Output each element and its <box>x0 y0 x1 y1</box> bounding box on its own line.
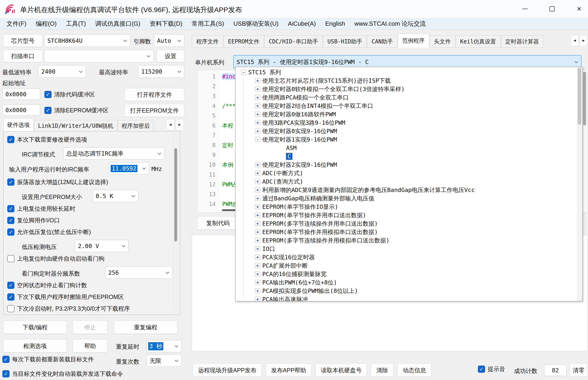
tree-item[interactable]: + 使用两路PCA模拟一个全双工串口 <box>235 93 576 102</box>
cold-boot-checkbox[interactable] <box>7 305 15 312</box>
left-tabs-scroll-left-button[interactable]: ◄ <box>166 119 174 130</box>
erase-eeprom-checkbox[interactable]: ✓ <box>7 293 15 301</box>
tree-item[interactable]: + PCA模拟实现多位PWM输出(8位以上) <box>235 286 576 295</box>
chip-model-button[interactable]: 芯片型号 <box>3 34 42 47</box>
clear-count-button[interactable]: 清零 <box>570 363 588 377</box>
tree-item[interactable]: + PCA的16位捕获测量脉宽 <box>235 270 576 278</box>
tree-expand-icon[interactable]: - <box>241 70 246 75</box>
right-tab[interactable]: 范例程序 <box>398 34 429 48</box>
tree-expand-icon[interactable]: + <box>255 120 260 125</box>
tree-expand-icon[interactable]: + <box>255 204 260 209</box>
tree-item[interactable]: + 使用主芯片对从芯片(限STC15系列)进行ISP下载 <box>235 76 576 85</box>
right-tab[interactable]: 程序文件 <box>192 36 223 48</box>
tree-expand-icon[interactable]: + <box>255 288 260 293</box>
close-button[interactable]: ✕ <box>571 2 588 16</box>
modify-hw-checkbox[interactable]: ✓ <box>7 136 15 143</box>
right-tabs-scroll-right-button[interactable]: ► <box>580 35 588 46</box>
tree-scrollbar-thumb[interactable] <box>578 68 581 125</box>
tree-expand-icon[interactable]: + <box>255 221 260 226</box>
reset-io-checkbox[interactable]: ✓ <box>7 217 15 224</box>
tree-expand-icon[interactable]: + <box>255 212 260 218</box>
osc-gain-checkbox[interactable]: ✓ <box>7 178 15 186</box>
tree-expand-icon[interactable]: + <box>255 86 260 92</box>
tree-expand-icon[interactable]: + <box>255 196 260 201</box>
right-tab[interactable]: Keil仿真设置 <box>456 36 501 48</box>
tree-item[interactable]: + 使用3路PCA实现3路9-16位PWM <box>235 118 576 127</box>
repeat-count-combo[interactable]: 无限 <box>147 355 182 367</box>
tree-expand-icon[interactable]: + <box>255 103 260 108</box>
tree-expand-icon[interactable]: + <box>255 112 260 117</box>
right-tab[interactable]: 头文件 <box>430 36 455 48</box>
right-tab[interactable]: CDC/HID-串口助手 <box>264 36 323 48</box>
tree-item[interactable]: + ADC(查询方式) <box>235 177 576 186</box>
menu-item[interactable]: www.STCAI.com 论坛交流 <box>350 20 431 28</box>
open-eeprom-file-button[interactable]: 打开EEPROM文件 <box>125 104 184 117</box>
tree-expand-icon[interactable]: + <box>255 95 260 100</box>
tree-item[interactable]: ASM <box>235 144 576 152</box>
check-options-button[interactable]: 检测选项 <box>3 339 67 353</box>
clear-code-checkbox[interactable]: ✓ <box>44 91 52 98</box>
pin-count-combo[interactable]: Auto <box>154 34 184 47</box>
options-scrollbar[interactable] <box>173 134 178 312</box>
tree-item[interactable]: + 使用定时器0实现9-16位PWM <box>235 127 576 135</box>
right-tab[interactable]: CAN助手 <box>367 36 397 48</box>
download-button[interactable]: 下载/编程 <box>3 321 67 334</box>
max-baud-combo[interactable]: 115200 <box>138 65 184 78</box>
scan-port-button[interactable]: 扫描串口 <box>3 50 42 62</box>
menu-item[interactable]: 资料下载(D) <box>145 20 187 28</box>
tree-item[interactable]: + PCA扩展外部中断 <box>235 261 576 270</box>
right-tabs-scroll-left-button[interactable]: ◄ <box>571 35 579 46</box>
editor-scrollbar-thumb[interactable] <box>583 72 586 125</box>
irc-mode-combo[interactable]: 总是动态调节IRC频率 <box>63 147 165 159</box>
menu-item[interactable]: English <box>321 20 350 27</box>
tree-item[interactable]: C <box>235 152 576 160</box>
tree-item[interactable]: + 使用定时器2结合INT4模拟一个半双工串口 <box>235 102 576 110</box>
right-tab[interactable]: EEPROM文件 <box>224 36 264 48</box>
tree-item[interactable]: + EEPROM(单字节操作并用串口送出数据) <box>235 211 576 219</box>
tree-expand-icon[interactable]: + <box>255 255 260 260</box>
por-delay-checkbox[interactable]: ✓ <box>7 205 15 212</box>
tree-item[interactable]: + 使用定时器0做16路软件PWM <box>235 110 576 118</box>
bottom-button[interactable]: 读取本机硬盘号 <box>315 363 367 377</box>
right-tab[interactable]: 定时器计算器 <box>501 36 543 48</box>
tree-expand-icon[interactable]: + <box>255 187 260 192</box>
copy-code-button[interactable]: 复制代码 <box>197 216 239 230</box>
beep-checkbox[interactable]: ✓ <box>478 365 485 373</box>
tree-expand-icon[interactable]: + <box>255 129 260 133</box>
repeat-delay-combo[interactable]: 3 秒 <box>147 340 182 352</box>
tree-item[interactable]: + ADC(中断方式) <box>235 169 576 177</box>
tree-item[interactable]: + IO口 <box>235 245 576 253</box>
menu-item[interactable]: 工具(T) <box>61 20 90 28</box>
menu-item[interactable]: 编程(O) <box>31 20 61 28</box>
tree-item[interactable]: + EEPROM(多字节连续操作并用串口送出数据) <box>235 219 576 228</box>
eeprom-size-combo[interactable]: 0.5 K <box>93 190 138 202</box>
wdt-div-combo[interactable]: 256 <box>105 266 173 279</box>
autoload-checkbox[interactable]: ✓ <box>2 370 10 378</box>
maximize-button[interactable] <box>544 2 560 16</box>
irc-freq-combo[interactable]: 11.0592 <box>109 162 149 174</box>
tree-item[interactable]: + 使用定时器2实现9-16位PWM <box>235 160 576 169</box>
bottom-button[interactable]: 发布APP帮助 <box>266 363 311 377</box>
menu-item[interactable]: 调试仿真接口(G) <box>90 20 145 28</box>
tree-item[interactable]: + PCA实现16位定时器 <box>235 253 576 261</box>
tree-item[interactable]: + EEPROM(单字节操作IO显示) <box>235 203 576 211</box>
menu-item[interactable]: 常用工具(S) <box>187 20 229 28</box>
lvd-combo[interactable]: 2.00 V <box>75 240 129 252</box>
tree-expand-icon[interactable]: + <box>255 78 260 83</box>
tree-scrollbar[interactable] <box>577 67 582 301</box>
tree-item[interactable]: + PCA输出PWM(6位+7位+8位) <box>235 278 576 286</box>
wdt-idle-checkbox[interactable]: ✓ <box>7 282 15 289</box>
settings-button[interactable]: 设置 <box>157 50 184 62</box>
options-scrollbar-thumb[interactable] <box>174 148 177 242</box>
bottom-button[interactable]: 远程现场升级APP发布 <box>193 363 262 377</box>
min-baud-combo[interactable]: 2400 <box>38 65 86 78</box>
tree-expand-icon[interactable]: + <box>255 280 260 285</box>
tree-expand-icon[interactable]: + <box>255 162 260 167</box>
tree-item[interactable]: - 使用定时器1实现9-16位PWM <box>235 135 576 144</box>
bottom-button[interactable]: 动态信息 <box>397 363 432 377</box>
tree-expand-icon[interactable]: + <box>255 271 260 277</box>
tree-expand-icon[interactable]: + <box>255 171 260 176</box>
stop-button[interactable]: 停止 <box>73 321 107 334</box>
lvr-checkbox[interactable]: ✓ <box>7 228 15 236</box>
tree-expand-icon[interactable]: + <box>255 179 260 184</box>
